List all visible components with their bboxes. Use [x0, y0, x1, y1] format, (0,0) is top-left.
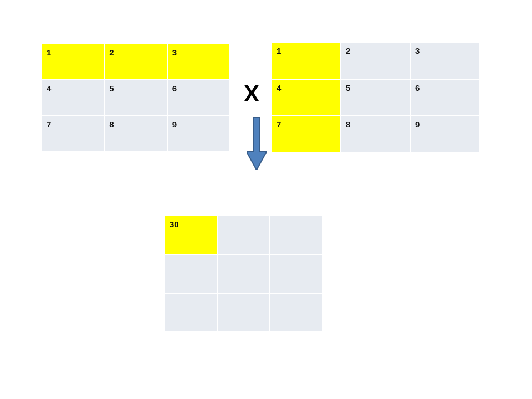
matrix-a-cell: 5 [104, 80, 167, 116]
matrix-a-cell: 7 [42, 116, 104, 152]
matrix-a-cell: 8 [104, 116, 167, 152]
matrix-c-cell [165, 254, 217, 293]
matrix-c-cell [217, 293, 270, 332]
matrix-c-cell [270, 216, 323, 254]
matrix-c-cell [217, 216, 270, 254]
matrix-a-cell: 6 [167, 80, 230, 116]
multiply-symbol: X [244, 82, 259, 105]
matrix-b-cell: 5 [341, 79, 410, 116]
matrix-c-cell [165, 293, 217, 332]
matrix-a-cell: 9 [167, 116, 230, 152]
matrix-c-cell [217, 254, 270, 293]
matrix-b-cell: 4 [272, 79, 341, 116]
matrix-a-cell: 3 [167, 44, 230, 80]
matrix-c-cell [270, 293, 323, 332]
matrix-a-cell: 1 [42, 44, 104, 80]
matrix-b-cell: 9 [410, 116, 479, 153]
matrix-b-cell: 8 [341, 116, 410, 153]
matrix-a-cell: 4 [42, 80, 104, 116]
matrix-b-cell: 3 [410, 42, 479, 79]
matrix-b-cell: 6 [410, 79, 479, 116]
matrix-b-cell: 7 [272, 116, 341, 153]
matrix-c-cell: 30 [165, 216, 217, 254]
matrix-b-cell: 2 [341, 42, 410, 79]
arrow-down-icon [247, 117, 267, 170]
matrix-result: 30 [165, 216, 323, 332]
matrix-c-cell [270, 254, 323, 293]
matrix-a: 1 2 3 4 5 6 7 8 9 [42, 44, 230, 152]
matrix-b: 1 2 3 4 5 6 7 8 9 [272, 42, 479, 153]
matrix-b-cell: 1 [272, 42, 341, 79]
matrix-a-cell: 2 [104, 44, 167, 80]
